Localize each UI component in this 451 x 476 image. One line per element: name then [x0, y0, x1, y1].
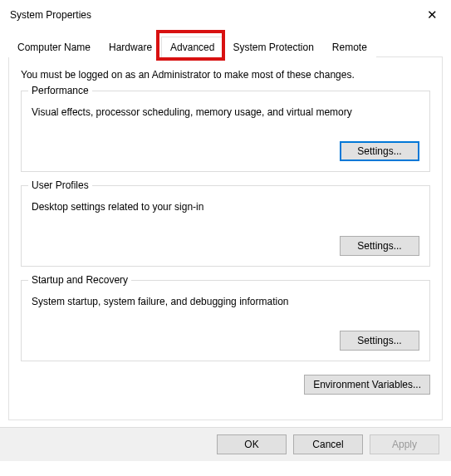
- user-profiles-settings-button[interactable]: Settings...: [340, 236, 419, 256]
- environment-variables-button[interactable]: Environment Variables...: [304, 375, 430, 395]
- group-startup-recovery-buttons: Settings...: [32, 331, 419, 351]
- tab-bar: Computer Name Hardware Advanced System P…: [8, 32, 443, 56]
- env-row: Environment Variables...: [21, 375, 430, 395]
- ok-button[interactable]: OK: [217, 434, 287, 454]
- tab-hardware[interactable]: Hardware: [100, 37, 161, 57]
- tab-system-protection[interactable]: System Protection: [223, 37, 322, 57]
- performance-settings-button[interactable]: Settings...: [340, 141, 419, 161]
- group-performance-buttons: Settings...: [32, 141, 419, 161]
- group-startup-recovery-desc: System startup, system failure, and debu…: [32, 296, 419, 307]
- window-title: System Properties: [10, 9, 91, 21]
- startup-recovery-settings-button[interactable]: Settings...: [340, 331, 419, 351]
- group-user-profiles-buttons: Settings...: [32, 236, 419, 256]
- cancel-button[interactable]: Cancel: [293, 434, 363, 454]
- admin-notice: You must be logged on as an Administrato…: [21, 69, 430, 81]
- dialog-footer: OK Cancel Apply: [0, 427, 451, 461]
- titlebar: System Properties ✕: [0, 0, 451, 28]
- tab-computer-name[interactable]: Computer Name: [8, 37, 100, 57]
- tab-panel-advanced: You must be logged on as an Administrato…: [8, 56, 443, 420]
- group-startup-recovery: Startup and Recovery System startup, sys…: [21, 280, 430, 361]
- apply-button[interactable]: Apply: [370, 434, 439, 454]
- tab-remote[interactable]: Remote: [323, 37, 376, 57]
- group-performance: Performance Visual effects, processor sc…: [21, 91, 430, 172]
- group-performance-legend: Performance: [28, 85, 92, 96]
- group-performance-desc: Visual effects, processor scheduling, me…: [32, 106, 419, 118]
- group-startup-recovery-legend: Startup and Recovery: [28, 274, 131, 286]
- tab-advanced[interactable]: Advanced: [161, 37, 223, 57]
- group-user-profiles: User Profiles Desktop settings related t…: [21, 185, 430, 267]
- content: Computer Name Hardware Advanced System P…: [0, 32, 451, 427]
- group-user-profiles-legend: User Profiles: [28, 179, 92, 191]
- group-user-profiles-desc: Desktop settings related to your sign-in: [32, 201, 419, 213]
- close-icon[interactable]: ✕: [423, 6, 441, 24]
